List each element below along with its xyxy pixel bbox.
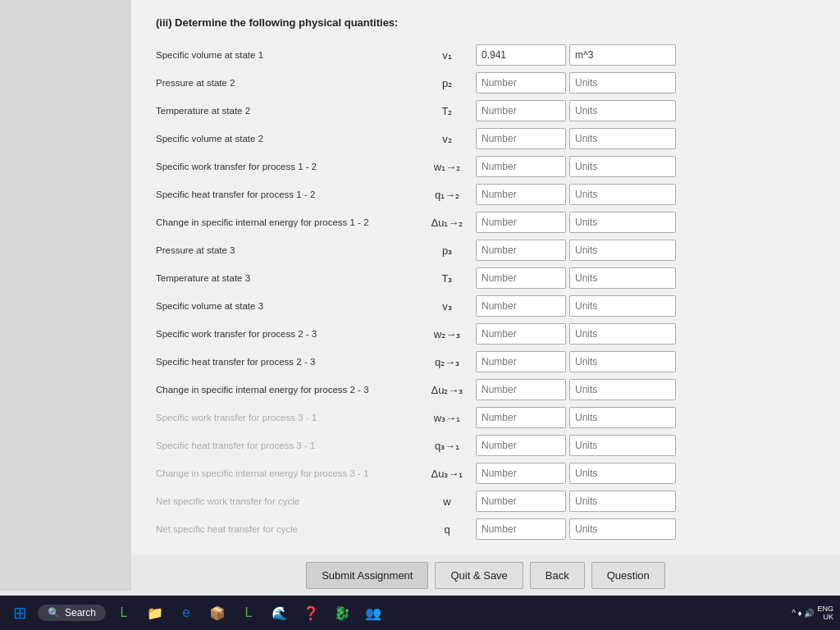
rows-container: Specific volume at state 1v₁Pressure at … [156,43,815,541]
taskbar-search[interactable]: 🔍 Search [38,605,106,621]
units-input[interactable] [569,295,676,317]
table-row: Specific volume at state 1v₁ [156,43,815,66]
taskbar-app-1[interactable]: L [111,600,137,626]
row-symbol: p₂ [418,77,476,89]
row-symbol: T₃ [418,272,476,285]
row-symbol: v₂ [418,133,476,145]
row-label: Net specific work transfer for cycle [156,496,418,506]
row-symbol: v₃ [418,300,476,313]
row-label: Pressure at state 2 [156,78,418,88]
table-row: Net specific work transfer for cyclew [156,490,815,513]
number-input[interactable] [476,463,566,484]
row-label: Specific heat transfer for process 1 - 2 [156,189,418,199]
question-button[interactable]: Question [591,562,665,589]
units-input[interactable] [569,435,676,456]
units-input[interactable] [569,44,676,66]
units-input[interactable] [569,379,676,400]
system-tray: ^ ♦ 🔊 [792,609,814,618]
units-input[interactable] [569,72,676,94]
taskbar-app-4[interactable]: 📦 [204,600,231,626]
number-input[interactable] [476,100,566,121]
units-input[interactable] [569,518,676,540]
taskbar-right: ^ ♦ 🔊 ENGUK [792,605,833,621]
row-symbol: w₂→₃ [418,328,476,340]
number-input[interactable] [476,295,566,317]
table-row: Specific volume at state 3v₃ [156,294,815,317]
row-symbol: T₂ [418,105,476,117]
row-label: Specific heat transfer for process 2 - 3 [156,357,418,367]
row-symbol: Δu₂→₃ [418,384,476,396]
number-input[interactable] [476,240,566,261]
row-symbol: w [418,495,476,508]
number-input[interactable] [476,379,566,400]
windows-icon[interactable]: ⊞ [7,600,33,626]
units-input[interactable] [569,407,676,428]
table-row: Change in specific internal energy for p… [156,378,815,401]
main-content: (iii) Determine the following physical q… [131,0,840,591]
table-row: Specific work transfer for process 3 - 1… [156,406,815,429]
taskbar-app-3[interactable]: e [173,600,199,626]
row-label: Change in specific internal energy for p… [156,217,418,227]
row-label: Specific heat transfer for process 3 - 1 [156,441,418,450]
number-input[interactable] [476,156,566,177]
units-input[interactable] [569,463,676,484]
units-input[interactable] [569,240,676,261]
number-input[interactable] [476,491,566,512]
row-label: Pressure at state 3 [156,245,418,255]
table-row: Pressure at state 2p₂ [156,71,815,94]
units-input[interactable] [569,184,676,205]
units-input[interactable] [569,212,676,233]
taskbar-app-5[interactable]: L [235,600,262,626]
row-label: Specific volume at state 3 [156,301,418,311]
number-input[interactable] [476,518,566,540]
units-input[interactable] [569,267,676,289]
units-input[interactable] [569,323,676,345]
row-label: Specific work transfer for process 3 - 1 [156,413,418,422]
number-input[interactable] [476,212,566,233]
row-symbol: q [418,523,476,536]
number-input[interactable] [476,351,566,372]
taskbar-app-8[interactable]: 🐉 [329,600,355,626]
row-symbol: q₃→₁ [418,440,476,452]
units-input[interactable] [569,351,676,372]
row-symbol: q₂→₃ [418,356,476,368]
row-label: Change in specific internal energy for p… [156,385,418,395]
row-label: Specific volume at state 1 [156,50,418,60]
row-symbol: q₁→₂ [418,189,476,201]
units-input[interactable] [569,128,676,149]
submit-button[interactable]: Submit Assignment [306,562,428,589]
table-row: Net specific heat transfer for cycleq [156,518,815,541]
row-label: Change in specific internal energy for p… [156,468,418,478]
number-input[interactable] [476,407,566,428]
system-locale: ENGUK [817,605,833,621]
row-symbol: p₃ [418,244,476,257]
footer-bar: Submit Assignment Quit & Save Back Quest… [131,555,840,596]
table-row: Specific work transfer for process 2 - 3… [156,322,815,345]
search-label: Search [65,607,96,619]
number-input[interactable] [476,323,566,345]
number-input[interactable] [476,72,566,94]
taskbar-app-6[interactable]: 🌊 [267,600,293,626]
number-input[interactable] [476,128,566,149]
taskbar-app-9[interactable]: 👥 [360,600,386,626]
row-label: Specific volume at state 2 [156,134,418,144]
units-input[interactable] [569,491,676,512]
table-row: Specific heat transfer for process 1 - 2… [156,183,815,206]
table-row: Specific work transfer for process 1 - 2… [156,155,815,178]
quit-button[interactable]: Quit & Save [435,562,523,589]
row-label: Net specific heat transfer for cycle [156,524,418,534]
units-input[interactable] [569,100,676,121]
row-label: Temperature at state 3 [156,273,418,283]
table-row: Specific heat transfer for process 3 - 1… [156,434,815,457]
number-input[interactable] [476,44,566,66]
row-label: Specific work transfer for process 2 - 3 [156,329,418,339]
taskbar-app-2[interactable]: 📁 [142,600,168,626]
taskbar-app-7[interactable]: ❓ [298,600,324,626]
number-input[interactable] [476,267,566,289]
row-symbol: v₁ [418,49,476,62]
search-icon: 🔍 [48,607,60,619]
number-input[interactable] [476,435,566,456]
number-input[interactable] [476,184,566,205]
units-input[interactable] [569,156,676,177]
back-button[interactable]: Back [530,562,585,589]
